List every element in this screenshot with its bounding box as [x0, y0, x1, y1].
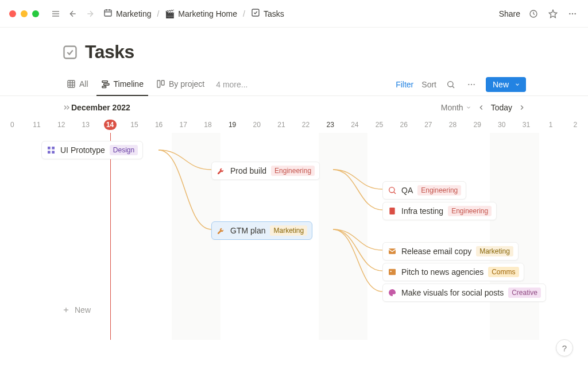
wrench-icon: [216, 166, 226, 175]
clapper-icon: 🎬: [165, 9, 175, 18]
star-icon[interactable]: [547, 7, 559, 20]
svg-rect-25: [161, 80, 164, 85]
date-cell: 17: [171, 117, 196, 133]
today-button[interactable]: Today: [491, 103, 512, 112]
scale-selector[interactable]: Month: [441, 103, 471, 112]
maximize-window-icon[interactable]: [32, 10, 39, 17]
share-button[interactable]: Share: [499, 9, 520, 18]
more-icon[interactable]: [465, 78, 478, 91]
weekend-shade: [490, 133, 539, 340]
task-card-prod-build[interactable]: Prod buildEngineering: [211, 162, 320, 180]
task-card-gtm-plan[interactable]: GTM planMarketing: [211, 221, 312, 240]
views-more[interactable]: 4 more...: [216, 80, 247, 89]
page-body: Tasks All Timeline By project 4 more... …: [0, 28, 588, 340]
date-cell: 11: [25, 117, 49, 133]
new-button-label: New: [493, 80, 509, 89]
date-cell: 2: [563, 117, 587, 133]
svg-rect-33: [48, 147, 51, 150]
today-line: [110, 133, 111, 340]
tag-design: Design: [110, 145, 138, 155]
date-row: 0111213141516171819202122232425262728293…: [0, 117, 588, 133]
wrench-icon: [216, 226, 226, 235]
close-window-icon[interactable]: [9, 10, 16, 17]
tab-label: All: [79, 79, 88, 89]
tab-timeline[interactable]: Timeline: [96, 73, 148, 96]
tag-engineering: Engineering: [271, 166, 315, 176]
calendar-icon: [103, 8, 113, 19]
forward-icon[interactable]: [84, 7, 96, 20]
traffic-lights: [9, 10, 39, 17]
task-card-ui-prototype[interactable]: UI PrototypeDesign: [41, 141, 143, 159]
task-card-pitch[interactable]: Pitch to news agenciesComms: [382, 263, 524, 281]
filter-button[interactable]: Filter: [396, 80, 413, 89]
month-label: December 2022: [71, 103, 130, 112]
date-cell: 31: [514, 117, 539, 133]
clock-icon[interactable]: [527, 7, 540, 20]
window-header: Marketing / 🎬 Marketing Home / Tasks Sha…: [0, 0, 588, 28]
header-actions: Share: [499, 7, 579, 20]
svg-point-47: [390, 292, 391, 293]
card-title: QA: [401, 186, 413, 195]
sort-button[interactable]: Sort: [421, 80, 436, 89]
timeline-body[interactable]: New UI PrototypeDesignProd buildEngineer…: [0, 133, 588, 340]
tag-creative: Creative: [508, 288, 541, 298]
svg-line-27: [452, 86, 454, 88]
tab-label: By project: [169, 79, 204, 89]
date-cell: 28: [440, 117, 465, 133]
tag-marketing: Marketing: [270, 225, 307, 236]
task-card-release-email[interactable]: Release email copyMarketing: [382, 242, 519, 260]
breadcrumb-marketing-home[interactable]: 🎬 Marketing Home: [163, 8, 239, 20]
svg-rect-22: [103, 83, 109, 85]
checkbox-icon: [62, 44, 78, 60]
svg-line-38: [394, 192, 396, 194]
new-row-button[interactable]: New: [62, 305, 91, 315]
svg-rect-41: [390, 210, 393, 211]
date-cell: 29: [465, 117, 490, 133]
tag-engineering: Engineering: [417, 185, 461, 195]
menu-icon[interactable]: [49, 7, 62, 20]
new-button[interactable]: New: [486, 77, 526, 92]
scale-label: Month: [441, 103, 463, 112]
task-card-qa[interactable]: QAEngineering: [382, 181, 466, 200]
chevron-down-icon: [514, 80, 520, 89]
svg-rect-24: [157, 80, 160, 87]
breadcrumb-separator: /: [157, 9, 159, 18]
tab-all[interactable]: All: [62, 73, 93, 96]
expand-icon[interactable]: [62, 101, 71, 114]
prev-icon[interactable]: [477, 101, 485, 114]
breadcrumb-label: Marketing Home: [178, 9, 237, 18]
breadcrumb-tasks[interactable]: Tasks: [249, 7, 287, 20]
breadcrumb-marketing[interactable]: Marketing: [101, 7, 153, 20]
page-icon: [388, 206, 397, 216]
tag-engineering: Engineering: [448, 206, 492, 216]
date-cell: 15: [122, 117, 147, 133]
svg-point-14: [574, 13, 575, 14]
help-button[interactable]: ?: [556, 339, 573, 356]
svg-rect-16: [68, 80, 75, 87]
back-icon[interactable]: [67, 7, 79, 20]
weekend-shade: [319, 133, 368, 340]
svg-point-13: [572, 13, 573, 14]
date-cell: 30: [489, 117, 514, 133]
card-title: Prod build: [230, 166, 266, 175]
search-icon[interactable]: [444, 78, 457, 91]
tab-by-project[interactable]: By project: [152, 73, 209, 96]
task-card-infra-testing[interactable]: Infra testingEngineering: [382, 202, 497, 220]
card-title: Infra testing: [401, 206, 443, 216]
svg-rect-23: [102, 86, 106, 88]
date-cell: 19: [220, 117, 245, 133]
mail-icon: [388, 247, 397, 256]
date-cell: 12: [49, 117, 74, 133]
minimize-window-icon[interactable]: [21, 10, 28, 17]
svg-point-26: [448, 81, 453, 86]
new-row-label: New: [75, 305, 91, 315]
svg-rect-44: [390, 270, 392, 272]
next-icon[interactable]: [518, 101, 526, 114]
date-cell: 1: [539, 117, 563, 133]
date-cell: 20: [245, 117, 269, 133]
svg-point-29: [471, 83, 472, 85]
search-icon: [388, 186, 397, 195]
page-header: Tasks: [0, 41, 588, 63]
more-icon[interactable]: [566, 7, 579, 20]
task-card-visuals[interactable]: Make visuals for social postsCreative: [382, 283, 546, 302]
